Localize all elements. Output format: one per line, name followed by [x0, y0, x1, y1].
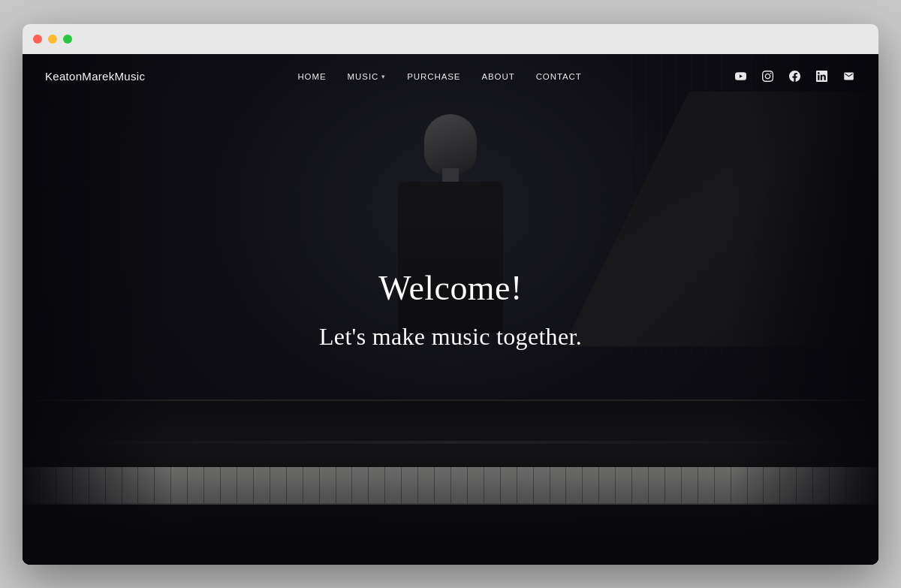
nav-link-about[interactable]: ABOUT	[481, 72, 514, 81]
nav-link-contact[interactable]: CONTACT	[536, 72, 582, 81]
hero-welcome-text: Welcome!	[319, 268, 582, 308]
instagram-icon[interactable]	[761, 70, 775, 83]
brand-logo[interactable]: KeatonMarekMusic	[45, 70, 145, 83]
youtube-icon[interactable]	[734, 70, 748, 83]
browser-window: KeatonMarekMusic HOME MUSIC ▾ PURCHASE A…	[23, 24, 878, 565]
navbar: KeatonMarekMusic HOME MUSIC ▾ PURCHASE A…	[23, 54, 878, 99]
nav-link-music[interactable]: MUSIC ▾	[348, 72, 387, 81]
music-dropdown-chevron: ▾	[381, 73, 386, 80]
nav-link-purchase[interactable]: PURCHASE	[407, 72, 460, 81]
fullscreen-button[interactable]	[63, 35, 72, 44]
email-icon[interactable]	[842, 70, 856, 83]
facebook-icon[interactable]	[788, 70, 802, 83]
browser-chrome	[23, 24, 878, 54]
social-icons	[734, 70, 856, 83]
nav-links: HOME MUSIC ▾ PURCHASE ABOUT CONTACT	[297, 72, 581, 81]
close-button[interactable]	[33, 35, 42, 44]
linkedin-icon[interactable]	[815, 70, 829, 83]
website-content: KeatonMarekMusic HOME MUSIC ▾ PURCHASE A…	[23, 54, 878, 565]
hero-tagline-text: Let's make music together.	[319, 323, 582, 351]
hero-content: Welcome! Let's make music together.	[319, 268, 582, 351]
nav-link-home[interactable]: HOME	[297, 72, 326, 81]
minimize-button[interactable]	[48, 35, 57, 44]
